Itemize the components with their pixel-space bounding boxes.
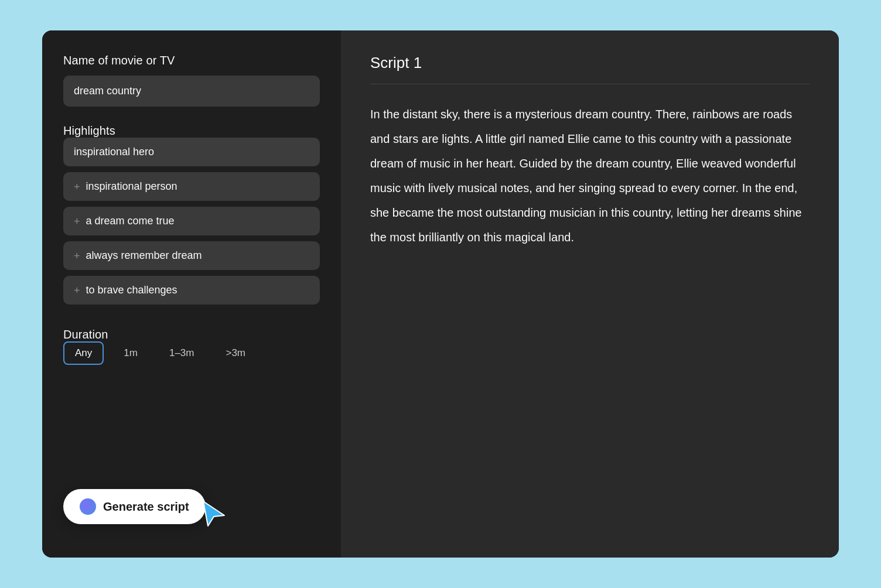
plus-icon: + [74, 216, 80, 227]
highlight-item-text: inspirational person [86, 180, 177, 193]
highlight-item[interactable]: +inspirational person [63, 172, 320, 201]
duration-label: Duration [63, 328, 108, 341]
highlights-section: Highlights inspirational hero+inspiratio… [63, 124, 320, 310]
plus-icon: + [74, 251, 80, 261]
highlight-item-text: always remember dream [86, 249, 202, 262]
duration-options: Any1m1–3m>3m [63, 341, 320, 365]
highlight-item-text: to brave challenges [86, 284, 177, 296]
highlight-item-text: a dream come true [86, 215, 175, 227]
duration-option[interactable]: Any [63, 341, 104, 365]
generate-btn-label: Generate script [103, 500, 189, 514]
duration-option[interactable]: 1–3m [158, 341, 206, 365]
plus-icon: + [74, 285, 80, 296]
movie-input[interactable] [63, 76, 320, 107]
generate-btn-wrapper: Generate script [63, 481, 320, 532]
highlight-item[interactable]: +a dream come true [63, 207, 320, 235]
main-container: Name of movie or TV Highlights inspirati… [42, 30, 839, 558]
left-panel: Name of movie or TV Highlights inspirati… [42, 30, 341, 558]
divider [370, 84, 810, 84]
btn-orb-icon [80, 498, 96, 515]
script-title: Script 1 [370, 54, 810, 72]
duration-option[interactable]: >3m [214, 341, 257, 365]
highlight-item-text: inspirational hero [74, 146, 154, 158]
highlight-item[interactable]: inspirational hero [63, 138, 320, 166]
script-content: In the distant sky, there is a mysteriou… [370, 102, 810, 249]
highlights-label: Highlights [63, 124, 115, 137]
movie-label: Name of movie or TV [63, 54, 320, 67]
right-panel: Script 1 In the distant sky, there is a … [341, 30, 839, 558]
duration-section: Duration Any1m1–3m>3m [63, 328, 320, 365]
highlight-item[interactable]: +to brave challenges [63, 276, 320, 305]
highlights-list: inspirational hero+inspirational person+… [63, 138, 320, 305]
cursor-icon [200, 499, 228, 532]
duration-option[interactable]: 1m [112, 341, 149, 365]
generate-script-button[interactable]: Generate script [63, 489, 206, 524]
plus-icon: + [74, 182, 80, 192]
highlight-item[interactable]: +always remember dream [63, 241, 320, 270]
